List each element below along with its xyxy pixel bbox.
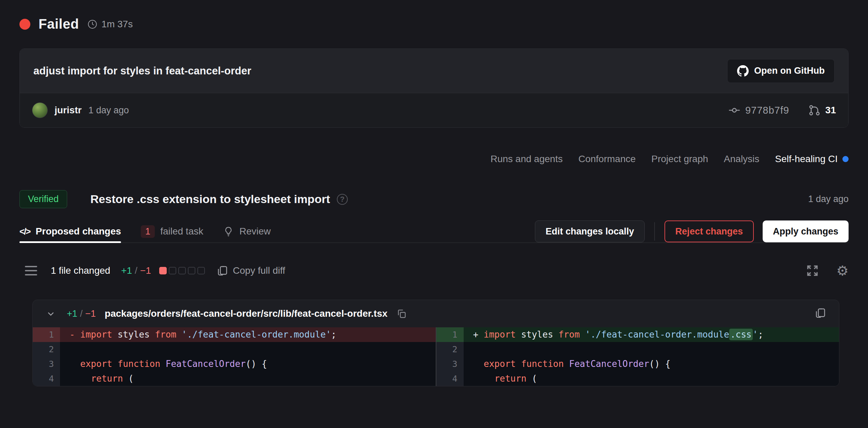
diff-header-right <box>814 307 826 320</box>
nav-conformance[interactable]: Conformance <box>578 154 635 165</box>
line-number: 1 <box>33 327 60 342</box>
duration-text: 1m 37s <box>102 19 133 30</box>
diff-line-1: 1- import styles from './feat-cancel-ord… <box>33 327 436 342</box>
code-icon: </> <box>19 226 30 237</box>
commit-hash: 9778b7f9 <box>745 105 789 116</box>
tab-proposed-changes[interactable]: </> Proposed changes <box>19 220 121 242</box>
help-icon[interactable]: ? <box>337 194 348 205</box>
code-text: + import styles from './feat-cancel-orde… <box>464 327 763 342</box>
commit-card: adjust import for styles in feat-cancel-… <box>19 48 849 128</box>
code-text: export function FeatCancelOrder() { <box>464 357 671 371</box>
commit-time: 1 day ago <box>88 105 129 116</box>
removed-stat: −1 <box>140 265 151 276</box>
tab-review-label: Review <box>239 226 271 237</box>
files-changed-label: 1 file changed <box>51 265 110 276</box>
diff-line-2: 2 <box>436 342 839 357</box>
diff-block-empty <box>188 267 195 274</box>
github-icon <box>737 65 749 77</box>
fix-title: Restore .css extension to stylesheet imp… <box>90 192 330 206</box>
diff-stats: +1 / −1 <box>121 265 151 276</box>
nav-analysis[interactable]: Analysis <box>724 154 759 165</box>
diff-line-2: 2 <box>33 342 436 357</box>
status-label: Failed <box>39 16 79 32</box>
line-number: 2 <box>33 342 60 357</box>
branch-count: 31 <box>825 105 836 116</box>
diff-line-4: 4 return ( <box>436 371 839 386</box>
github-button-label: Open on GitHub <box>754 66 825 76</box>
diff-body: 1- import styles from './feat-cancel-ord… <box>33 327 839 386</box>
line-number: 3 <box>436 357 464 371</box>
line-number: 2 <box>436 342 464 357</box>
diff-line-4: 4 return ( <box>33 371 436 386</box>
diff-panel: +1 / −1 packages/orders/feat-cancel-orde… <box>32 300 839 386</box>
fix-time: 1 day ago <box>808 194 849 204</box>
copy-path-icon[interactable] <box>396 309 407 319</box>
clock-icon <box>87 19 98 29</box>
chevron-down-icon[interactable] <box>46 309 56 319</box>
added-stat: +1 <box>121 265 132 276</box>
nav-self-healing-ci[interactable]: Self-healing CI <box>775 154 849 165</box>
open-on-github-button[interactable]: Open on GitHub <box>727 59 835 83</box>
code-text <box>464 342 473 357</box>
code-text: - import styles from './feat-cancel-orde… <box>60 327 336 342</box>
diff-line-1: 1+ import styles from './feat-cancel-ord… <box>436 327 839 342</box>
copy-full-diff-label: Copy full diff <box>233 265 285 276</box>
file-list-menu-icon[interactable] <box>25 266 37 275</box>
top-nav: Runs and agents Conformance Project grap… <box>19 152 849 166</box>
author-avatar[interactable] <box>32 102 48 118</box>
verified-badge: Verified <box>19 190 67 208</box>
lightbulb-icon <box>223 226 234 237</box>
diff-block-empty <box>178 267 186 274</box>
apply-changes-button[interactable]: Apply changes <box>763 220 849 242</box>
diff-pane-after: 1+ import styles from './feat-cancel-ord… <box>436 327 839 386</box>
code-text: export function FeatCancelOrder() { <box>60 357 267 371</box>
file-diff-stats: +1 / −1 <box>67 309 96 319</box>
failed-count-badge: 1 <box>141 225 155 238</box>
diff-line-3: 3 export function FeatCancelOrder() { <box>33 357 436 371</box>
tab-failed-task[interactable]: 1 failed task <box>141 220 203 242</box>
tabs-row: </> Proposed changes 1 failed task Revie… <box>19 220 849 243</box>
status-header: Failed 1m 37s <box>19 0 849 36</box>
tab-proposed-label: Proposed changes <box>36 226 121 237</box>
diff-toolbar-right: ⚙ <box>806 264 849 277</box>
diff-block-empty <box>169 267 176 274</box>
diff-toolbar: 1 file changed +1 / −1 Copy full diff ⚙ <box>19 260 849 281</box>
code-text: return ( <box>464 371 537 386</box>
commit-meta: 9778b7f9 31 <box>728 104 836 116</box>
nav-runs-and-agents[interactable]: Runs and agents <box>491 154 563 165</box>
copy-file-diff-icon[interactable] <box>814 307 826 319</box>
page-container: Failed 1m 37s adjust import for styles i… <box>19 0 849 386</box>
tab-failed-label: failed task <box>160 226 203 237</box>
status-failed-icon <box>19 19 30 30</box>
diff-blocks <box>159 267 205 274</box>
author-name: juristr <box>55 105 81 116</box>
fullscreen-icon[interactable] <box>806 265 819 277</box>
line-number: 4 <box>33 371 60 386</box>
fix-header: Verified Restore .css extension to style… <box>19 190 849 208</box>
diff-block-empty <box>197 267 205 274</box>
commit-card-bottom: juristr 1 day ago 9778b7f9 31 <box>20 93 848 127</box>
edit-changes-locally-button[interactable]: Edit changes locally <box>535 220 645 242</box>
line-number: 4 <box>436 371 464 386</box>
clipboard-icon <box>216 265 228 276</box>
branch-count-item[interactable]: 31 <box>808 104 836 116</box>
commit-hash-item[interactable]: 9778b7f9 <box>728 104 789 116</box>
git-branch-icon <box>808 104 821 116</box>
diff-block-filled <box>159 267 167 274</box>
commit-title: adjust import for styles in feat-cancel-… <box>33 65 251 77</box>
code-text <box>60 342 70 357</box>
tab-review[interactable]: Review <box>223 220 271 242</box>
nav-active-label: Self-healing CI <box>775 154 838 165</box>
line-number: 3 <box>33 357 60 371</box>
diff-line-3: 3 export function FeatCancelOrder() { <box>436 357 839 371</box>
reject-changes-button[interactable]: Reject changes <box>664 220 754 242</box>
gear-icon[interactable]: ⚙ <box>836 264 849 277</box>
copy-full-diff-button[interactable]: Copy full diff <box>216 265 285 276</box>
diff-file-header: +1 / −1 packages/orders/feat-cancel-orde… <box>33 300 839 327</box>
active-indicator-dot <box>842 156 849 162</box>
code-text: return ( <box>60 371 134 386</box>
fix-actions: Edit changes locally Reject changes Appl… <box>535 220 849 242</box>
actions-divider <box>654 222 655 241</box>
git-commit-icon <box>728 104 740 116</box>
nav-project-graph[interactable]: Project graph <box>652 154 708 165</box>
